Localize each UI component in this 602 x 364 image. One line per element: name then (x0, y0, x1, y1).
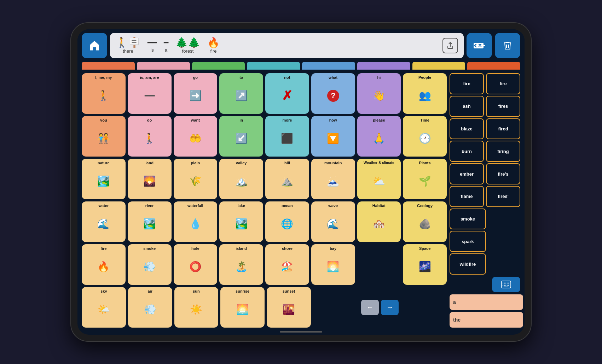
cell-sunset[interactable]: sunset 🌇 (267, 287, 311, 328)
cell-label: hole (191, 246, 199, 251)
cat-tab-blue[interactable] (302, 62, 355, 70)
screen: 🚶🪧 there ━━ is ━ a 🌲🌲 forest 🔥 fi (77, 29, 525, 335)
cat-tab-purple[interactable] (357, 62, 410, 70)
cell-mountain[interactable]: mountain 🗻 (311, 159, 355, 199)
cell-weather-climate[interactable]: Weather & climate ⛅ (357, 159, 401, 199)
search-row (450, 294, 520, 310)
suggestion-fire-2[interactable]: fire (486, 73, 520, 94)
cell-icon: 🌐 (281, 208, 293, 240)
suggestion-fired[interactable]: fired (486, 118, 520, 140)
suggestion-spark[interactable]: spark (450, 231, 486, 252)
keyboard-button[interactable] (492, 277, 520, 292)
cat-tab-teal[interactable] (247, 62, 300, 70)
cat-tab-pink[interactable] (137, 62, 190, 70)
cell-icon: 🌅 (327, 251, 339, 283)
cell-in[interactable]: in ↙️ (219, 116, 263, 157)
cell-water[interactable]: water 🌊 (82, 201, 126, 242)
category-row (77, 62, 525, 72)
right-panel: fire fire ash fires blaze fired (450, 73, 520, 328)
suggestion-fire-1[interactable]: fire (450, 73, 484, 94)
cell-plants[interactable]: Plants 🌱 (403, 159, 447, 199)
cat-tab-orange[interactable] (82, 62, 135, 70)
suggestion-flame[interactable]: flame (450, 186, 484, 207)
a-icon: ━ (164, 39, 168, 47)
cat-tab-yellow[interactable] (412, 62, 465, 70)
cell-label: Time (420, 118, 429, 123)
cell-sunrise[interactable]: sunrise 🌅 (220, 287, 265, 328)
suggestion-fires-apos[interactable]: fire's (486, 163, 520, 184)
suggestion-firing[interactable]: firing (486, 141, 520, 162)
cell-icon: ⬛ (281, 123, 293, 154)
cell-label: mountain (324, 161, 342, 165)
delete-word-button[interactable] (467, 33, 492, 58)
cell-nature[interactable]: nature 🏞️ (82, 159, 126, 199)
cell-not[interactable]: not ✗ (265, 73, 309, 114)
cell-you[interactable]: you 🧑‍🤝‍🧑 (82, 116, 126, 157)
cell-smoke[interactable]: smoke 💨 (128, 244, 172, 285)
cell-more[interactable]: more ⬛ (265, 116, 309, 157)
cell-geology[interactable]: Geology 🪨 (403, 201, 447, 242)
cell-do[interactable]: do 🚶 (128, 116, 172, 157)
cat-tab-red[interactable] (467, 62, 520, 70)
cell-air[interactable]: air 💨 (128, 287, 172, 328)
cell-wave[interactable]: wave 🌊 (311, 201, 355, 242)
cell-space[interactable]: Space 🌌 (403, 244, 447, 285)
cell-hi[interactable]: hi 👋 (357, 73, 401, 114)
sentence-word-fire: 🔥 fire (207, 38, 220, 54)
cell-fire[interactable]: fire 🔥 (82, 244, 126, 285)
cell-is-am-are[interactable]: is, am, are ━━ (128, 73, 172, 114)
cell-land[interactable]: land 🌄 (128, 159, 172, 199)
cell-waterfall[interactable]: waterfall 💧 (174, 201, 218, 242)
cell-river[interactable]: river 🏞️ (128, 201, 172, 242)
cell-label: plain (191, 161, 200, 165)
cell-want[interactable]: want 🤲 (174, 116, 218, 157)
suggestion-smoke[interactable]: smoke (450, 209, 486, 230)
cell-habitat[interactable]: Habitat 🏘️ (357, 201, 401, 242)
cell-please[interactable]: please 🙏 (357, 116, 401, 157)
cell-people[interactable]: People 👥 (403, 73, 447, 114)
cell-icon: 🙏 (373, 123, 385, 154)
cell-to[interactable]: to ↗️ (219, 73, 263, 114)
cell-label: to (239, 75, 243, 80)
cell-label: Geology (417, 204, 433, 208)
home-button[interactable] (82, 33, 107, 58)
suggestion-ember[interactable]: ember (450, 163, 484, 184)
suggestion-ash[interactable]: ash (450, 96, 484, 117)
suggestion-fires[interactable]: fires (486, 96, 520, 117)
cell-label: nature (98, 161, 110, 165)
cell-go[interactable]: go ➡️ (174, 73, 218, 114)
cell-i-me-my[interactable]: I, me, my 🚶 (82, 73, 126, 114)
suggestion-burn[interactable]: burn (450, 141, 484, 162)
cell-ocean[interactable]: ocean 🌐 (265, 201, 309, 242)
cell-icon: 🌄 (143, 165, 156, 197)
cell-sun[interactable]: sun ☀️ (174, 287, 219, 328)
share-button[interactable] (442, 38, 458, 53)
search-input-the[interactable] (450, 312, 523, 328)
cell-icon: ━━ (145, 80, 155, 112)
cell-hole[interactable]: hole ⭕ (174, 244, 218, 285)
cell-lake[interactable]: lake 🏞️ (219, 201, 263, 242)
cell-valley[interactable]: valley 🏔️ (219, 159, 263, 199)
cell-icon: 🌊 (97, 208, 110, 240)
cell-time[interactable]: Time 🕐 (403, 116, 447, 157)
cell-hill[interactable]: hill ⛰️ (265, 159, 309, 199)
cell-label: shore (282, 246, 293, 251)
cell-sky[interactable]: sky 🌤️ (82, 287, 126, 328)
cell-island[interactable]: island 🏝️ (219, 244, 263, 285)
cat-tab-green[interactable] (192, 62, 245, 70)
cell-label: Plants (419, 161, 431, 165)
suggestion-wildfire[interactable]: wildfire (450, 253, 486, 275)
cell-bay[interactable]: bay 🌅 (311, 244, 355, 285)
suggestion-blaze[interactable]: blaze (450, 118, 484, 140)
cell-shore[interactable]: shore 🏖️ (265, 244, 309, 285)
search-input-a[interactable] (450, 294, 523, 310)
cell-how[interactable]: how 🔽 (311, 116, 355, 157)
cell-what[interactable]: what ? (311, 73, 355, 114)
cell-plain[interactable]: plain 🌾 (174, 159, 218, 199)
nav-back-button[interactable]: ← (361, 300, 379, 315)
cell-icon: 🌤️ (98, 294, 110, 325)
cell-label: go (193, 75, 198, 80)
suggestion-fires-apos2[interactable]: fires' (486, 186, 520, 207)
delete-all-button[interactable] (495, 33, 520, 58)
nav-forward-button[interactable]: → (381, 300, 399, 315)
